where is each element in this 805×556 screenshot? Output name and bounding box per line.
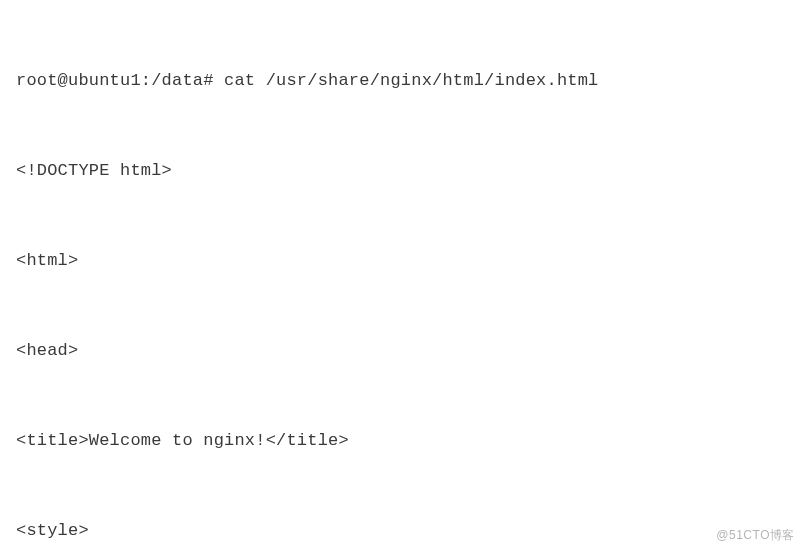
- output-line: <title>Welcome to nginx!</title>: [16, 426, 789, 456]
- output-line: <!DOCTYPE html>: [16, 156, 789, 186]
- prompt-line: root@ubuntu1:/data# cat /usr/share/nginx…: [16, 66, 789, 96]
- output-line: <html>: [16, 246, 789, 276]
- output-line: <style>: [16, 516, 789, 546]
- terminal-output: root@ubuntu1:/data# cat /usr/share/nginx…: [0, 0, 805, 556]
- output-line: <head>: [16, 336, 789, 366]
